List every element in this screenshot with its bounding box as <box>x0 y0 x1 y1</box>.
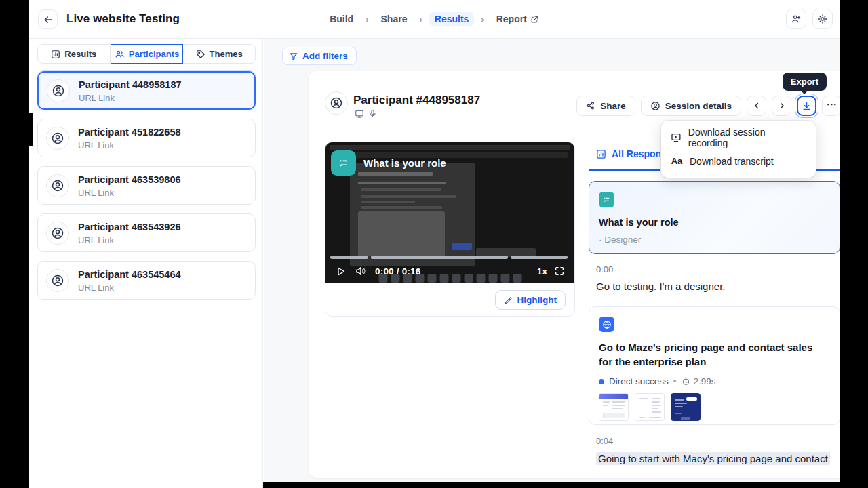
stopwatch-icon <box>682 377 690 386</box>
volume-icon[interactable] <box>355 265 367 277</box>
fullscreen-icon[interactable] <box>554 266 565 277</box>
monitor-play-icon <box>671 132 682 143</box>
video-content <box>330 145 570 150</box>
question-title: What is your role <box>599 217 830 228</box>
share-icon <box>586 101 595 110</box>
participant-card[interactable]: Participant 463543926URL Link <box>37 214 256 252</box>
task-thumbnail[interactable] <box>671 393 701 421</box>
breadcrumb-report[interactable]: Report <box>491 12 545 26</box>
tag-icon <box>196 49 205 59</box>
highlight-button[interactable]: Highlight <box>495 290 566 310</box>
avatar <box>46 127 69 150</box>
transcript-entry: 0:04 Going to start with Macy's pricing … <box>596 436 840 465</box>
filter-funnel-icon <box>289 52 298 61</box>
tab-results[interactable]: Results <box>37 44 111 64</box>
question-answer: · Designer <box>599 235 830 245</box>
participant-avatar <box>325 92 348 115</box>
export-button[interactable] <box>797 96 816 116</box>
user-circle-icon <box>52 84 65 98</box>
transcript-timestamp[interactable]: 0:00 <box>596 264 840 274</box>
video-controls: 0:00 / 0:16 1x <box>326 262 574 281</box>
participant-card[interactable]: Participant 451822658URL Link <box>37 119 256 157</box>
transcript-text-highlighted[interactable]: Going to start with Macy's pricing page … <box>596 452 830 465</box>
screen-icon <box>355 109 364 119</box>
video-question-title: What is your role <box>363 157 446 169</box>
session-video-player[interactable]: What is your role 0:00 / 0:16 1x <box>326 142 574 283</box>
avatar <box>46 269 69 292</box>
transcript-text[interactable]: Go to testing. I'm a designer. <box>596 281 840 292</box>
previous-participant-button[interactable] <box>747 96 766 116</box>
task-icon <box>599 317 614 332</box>
participant-card[interactable]: Participant 463539806URL Link <box>37 166 256 205</box>
participant-card[interactable]: Participant 463545464URL Link <box>37 261 256 300</box>
chevron-right-icon <box>777 101 787 110</box>
tab-themes[interactable]: Themes <box>183 44 256 64</box>
avatar <box>46 222 69 245</box>
share-button[interactable]: Share <box>576 96 635 116</box>
breadcrumb-build[interactable]: Build <box>324 12 359 26</box>
menu-item-download-transcript[interactable]: Aa Download transcript <box>661 149 816 173</box>
user-circle-icon <box>51 226 64 240</box>
next-participant-button[interactable] <box>772 96 791 116</box>
task-title: Go to Maze's pricing page and contact sa… <box>599 340 823 369</box>
transcript-timestamp[interactable]: 0:04 <box>596 436 840 446</box>
add-filters-button[interactable]: Add filters <box>282 47 357 65</box>
person-add-icon <box>791 14 802 24</box>
session-details-button[interactable]: Session details <box>641 96 741 116</box>
more-options-button[interactable]: ⋯ <box>822 96 840 116</box>
user-circle-icon <box>51 131 64 145</box>
question-icon <box>331 150 356 176</box>
user-circle-icon <box>330 96 343 110</box>
chevron-left-icon <box>752 101 762 110</box>
bar-chart-icon <box>596 149 606 159</box>
video-footer: Highlight <box>326 283 574 316</box>
tab-participants[interactable]: Participants <box>111 44 184 64</box>
screen-artifact-bottom <box>263 482 840 488</box>
avatar <box>47 79 70 102</box>
chevron-right-icon: › <box>419 14 422 24</box>
task-thumbnail[interactable] <box>635 393 665 421</box>
user-circle-icon <box>51 274 64 287</box>
breadcrumb-share[interactable]: Share <box>376 12 413 26</box>
breadcrumb-results[interactable]: Results <box>429 12 475 26</box>
bar-chart-icon <box>51 49 60 59</box>
user-circle-icon <box>650 101 660 111</box>
video-time: 0:00 / 0:16 <box>375 266 421 277</box>
sidebar-tabs: Results Participants Themes <box>37 44 256 64</box>
avatar <box>46 174 69 197</box>
participant-card[interactable]: Participant 448958187URL Link <box>37 71 256 110</box>
breadcrumb: Build › Share › Results › Report <box>29 12 840 26</box>
highlighter-icon <box>504 296 513 305</box>
microphone-icon <box>368 109 377 118</box>
checklist-icon <box>337 157 350 169</box>
task-card[interactable]: Go to Maze's pricing page and contact sa… <box>589 306 840 425</box>
question-response-card[interactable]: What is your role · Designer <box>589 181 840 254</box>
status-dot <box>599 379 604 384</box>
participants-sidebar: Results Participants Themes Participant … <box>29 39 263 488</box>
external-link-icon <box>530 15 539 24</box>
menu-item-download-recording[interactable]: Download session recording <box>661 125 816 149</box>
play-icon[interactable] <box>335 266 347 277</box>
video-progress-bar[interactable] <box>330 256 570 259</box>
text-icon: Aa <box>671 156 683 166</box>
export-tooltip: Export <box>783 73 827 91</box>
task-thumbnail[interactable] <box>599 393 629 421</box>
gear-icon <box>817 14 828 24</box>
task-duration: 2.99s <box>694 376 716 386</box>
video-card: What is your role 0:00 / 0:16 1x <box>325 142 575 317</box>
user-circle-icon <box>51 179 64 192</box>
screen-artifact-notch <box>27 113 33 146</box>
session-card: Participant #448958187 Share Session det… <box>309 71 840 478</box>
topbar-actions <box>786 9 833 29</box>
invite-user-button[interactable] <box>786 9 806 29</box>
checklist-icon <box>602 195 611 204</box>
download-icon <box>802 101 812 111</box>
app-window: Live website Testing Build › Share › Res… <box>29 0 840 488</box>
settings-button[interactable] <box>812 9 833 29</box>
task-screenshots <box>599 393 830 421</box>
playback-speed-button[interactable]: 1x <box>537 266 547 277</box>
screen: Live website Testing Build › Share › Res… <box>0 0 868 488</box>
top-bar: Live website Testing Build › Share › Res… <box>29 0 840 39</box>
ellipsis-icon: ⋯ <box>827 98 837 110</box>
main-content: Add filters Participant #448958187 Share <box>264 39 840 488</box>
